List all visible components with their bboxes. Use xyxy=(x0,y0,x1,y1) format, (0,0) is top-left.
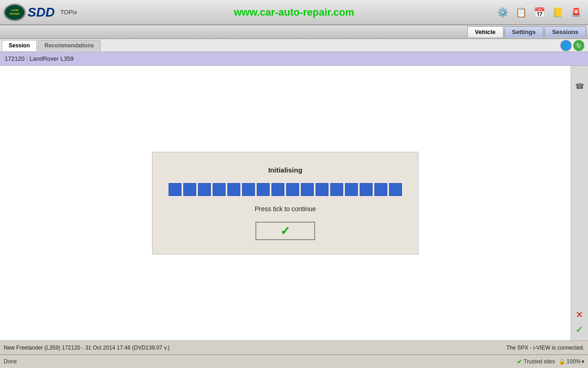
lock-icon: 🔒 xyxy=(559,358,565,365)
tab-recommendations[interactable]: Recommendations xyxy=(38,40,101,51)
tab-settings[interactable]: Settings xyxy=(504,26,543,37)
progress-segment xyxy=(257,183,270,196)
progress-segment xyxy=(198,183,211,196)
progress-segment xyxy=(345,183,358,196)
progress-segment xyxy=(330,183,343,196)
status-bar: New Freelander (L359) 172120 - 31 Oct 20… xyxy=(0,340,588,354)
tick-icon: ✓ xyxy=(280,224,290,238)
tab-session[interactable]: Session xyxy=(2,40,37,51)
progress-segment xyxy=(286,183,299,196)
tick-button[interactable]: ✓ xyxy=(255,222,315,240)
dialog-title: Initialising xyxy=(268,166,302,174)
zoom-section[interactable]: 🔒 100% ▾ xyxy=(559,358,584,365)
alarm-icon[interactable]: 🚨 xyxy=(568,4,584,21)
progress-segment xyxy=(213,183,226,196)
main-tabs-right: 🌐 ↻ xyxy=(560,40,586,51)
tab-sessions[interactable]: Sessions xyxy=(544,26,586,37)
breadcrumb-text: 172120 : LandRover L359 xyxy=(5,55,74,62)
main-tabs-row: Session Recommendations 🌐 ↻ xyxy=(0,39,588,52)
nav-tabs-right: Vehicle Settings Sessions xyxy=(467,26,588,37)
status-message: New Freelander (L359) 172120 - 31 Oct 20… xyxy=(4,345,170,351)
trusted-sites-label: Trusted sites xyxy=(524,358,555,365)
breadcrumb-bar: 172120 : LandRover L359 xyxy=(0,52,588,66)
main-tabs-left: Session Recommendations xyxy=(2,40,102,51)
progress-segment xyxy=(169,183,181,196)
progress-segment xyxy=(271,183,284,196)
cancel-button[interactable]: ✕ xyxy=(573,308,586,321)
progress-segment xyxy=(360,183,373,196)
refresh-icon[interactable]: ↻ xyxy=(573,40,584,51)
nav-tabs-row: Vehicle Settings Sessions xyxy=(0,25,588,39)
calendar-icon[interactable]: 📅 xyxy=(531,4,548,21)
landrover-logo: LANDROVER xyxy=(4,4,26,21)
bottom-left: Done xyxy=(4,358,17,365)
dialog-instruction: Press tick to continue xyxy=(254,205,316,213)
progress-segment xyxy=(227,183,240,196)
tab-vehicle[interactable]: Vehicle xyxy=(467,26,503,37)
content-area: Initialising Press tick to continue ✓ xyxy=(0,66,571,340)
dialog-box: Initialising Press tick to continue ✓ xyxy=(152,152,418,254)
zoom-level: 100% xyxy=(566,358,581,365)
progress-segment xyxy=(374,183,387,196)
progress-segment xyxy=(183,183,196,196)
trusted-sites: ✔ Trusted sites xyxy=(517,358,555,365)
zoom-dropdown-icon[interactable]: ▾ xyxy=(582,358,584,365)
sticky-note-icon[interactable]: 📒 xyxy=(549,4,566,21)
topix-menu[interactable]: TOPIx xyxy=(60,9,77,16)
progress-segment xyxy=(242,183,255,196)
progress-segment xyxy=(316,183,328,196)
notes-icon[interactable]: 📋 xyxy=(513,4,529,21)
trusted-checkmark-icon: ✔ xyxy=(517,358,522,365)
phone-icon[interactable]: ☎ xyxy=(573,80,586,92)
progress-segment xyxy=(301,183,314,196)
toolbar-icons: ⚙️ 📋 📅 📒 🚨 xyxy=(494,4,584,21)
website-banner: www.car-auto-repair.com xyxy=(234,6,354,18)
top-toolbar: LANDROVER SDD TOPIx www.car-auto-repair.… xyxy=(0,0,588,25)
progress-bar xyxy=(169,183,402,196)
bottom-bar: Done ✔ Trusted sites 🔒 100% ▾ xyxy=(0,354,588,368)
confirm-button[interactable]: ✓ xyxy=(573,323,586,336)
settings-icon[interactable]: ⚙️ xyxy=(494,4,511,21)
globe-icon[interactable]: 🌐 xyxy=(560,40,571,51)
connection-status: The SPX - i-VIEW is connected. xyxy=(506,345,584,351)
bottom-right: ✔ Trusted sites 🔒 100% ▾ xyxy=(517,358,584,365)
done-label: Done xyxy=(4,358,17,365)
sdd-logo: SDD xyxy=(28,5,55,20)
progress-segment xyxy=(389,183,402,196)
right-sidebar: ☎ ✕ ✓ xyxy=(571,66,588,340)
